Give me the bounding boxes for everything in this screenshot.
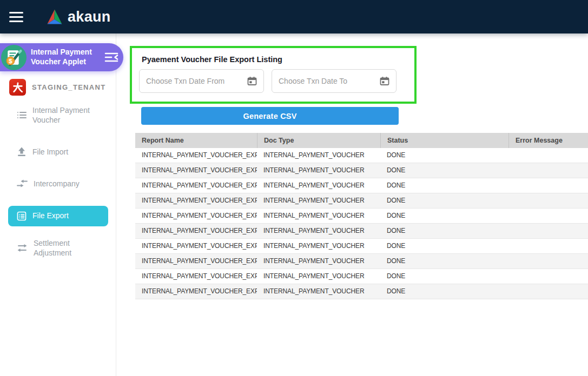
- sidebar-item-file-export[interactable]: File Export: [8, 206, 108, 226]
- list-icon: [16, 110, 27, 120]
- list-box-icon: [16, 211, 27, 221]
- cell-report-name: INTERNAL_PAYMENT_VOUCHER_EXPO...: [135, 163, 257, 178]
- payment-voucher-applet-icon: $: [1, 45, 27, 70]
- cell-error-message: [508, 224, 588, 238]
- svg-text:$: $: [9, 57, 12, 64]
- cell-status: DONE: [380, 209, 508, 223]
- cell-status: DONE: [380, 193, 508, 208]
- sidebar-item-intercompany[interactable]: Intercompany: [8, 174, 108, 193]
- cell-report-name: INTERNAL_PAYMENT_VOUCHER_EXPO...: [135, 239, 257, 253]
- cell-report-name: INTERNAL_PAYMENT_VOUCHER_EXPO...: [135, 269, 257, 284]
- cell-doc-type: INTERNAL_PAYMENT_VOUCHER: [257, 239, 380, 253]
- cell-status: DONE: [380, 178, 508, 193]
- tenant-selector[interactable]: STAGING_TENANT: [9, 79, 105, 96]
- calendar-icon[interactable]: [380, 76, 389, 86]
- table-row[interactable]: INTERNAL_PAYMENT_VOUCHER_EXPO... INTERNA…: [135, 209, 588, 224]
- cell-doc-type: INTERNAL_PAYMENT_VOUCHER: [257, 209, 380, 223]
- table-row[interactable]: INTERNAL_PAYMENT_VOUCHER_EXPO... INTERNA…: [135, 163, 588, 178]
- cell-doc-type: INTERNAL_PAYMENT_VOUCHER: [257, 269, 380, 284]
- page-title: Pyaement Voucher File Export Listing: [142, 55, 407, 64]
- cell-error-message: [508, 209, 588, 223]
- export-filter-panel: Pyaement Voucher File Export Listing: [130, 46, 417, 104]
- sidebar-item-label: Intercompany: [34, 179, 80, 189]
- sidebar-item-internal-payment-voucher[interactable]: Internal Payment Voucher: [8, 100, 108, 130]
- column-header-status: Status: [380, 133, 508, 148]
- cell-error-message: [508, 269, 588, 284]
- logo-text: akaun: [68, 9, 111, 25]
- txn-date-to-input[interactable]: [279, 77, 380, 85]
- swap-arrows-icon: [16, 243, 28, 253]
- cell-report-name: INTERNAL_PAYMENT_VOUCHER_EXPO...: [135, 193, 257, 208]
- cell-status: DONE: [380, 269, 508, 284]
- akaun-triangle-icon: [45, 8, 64, 25]
- column-header-report-name: Report Name: [135, 133, 257, 148]
- generate-csv-button[interactable]: Generate CSV: [141, 107, 399, 125]
- sidebar-item-label: File Export: [32, 211, 69, 220]
- cell-status: DONE: [380, 224, 508, 238]
- column-header-error-message: Error Message: [508, 133, 588, 148]
- cell-report-name: INTERNAL_PAYMENT_VOUCHER_EXPO...: [135, 178, 257, 193]
- table-row[interactable]: INTERNAL_PAYMENT_VOUCHER_EXPO... INTERNA…: [135, 269, 588, 284]
- cell-doc-type: INTERNAL_PAYMENT_VOUCHER: [257, 224, 380, 238]
- txn-date-from-input[interactable]: [146, 77, 247, 85]
- cell-error-message: [508, 148, 588, 163]
- app-window: akaun $ Internal Payment Voucher Applet: [0, 0, 588, 376]
- cell-error-message: [508, 163, 588, 178]
- cell-report-name: INTERNAL_PAYMENT_VOUCHER_EXPO...: [135, 254, 257, 268]
- txn-date-to-field[interactable]: [272, 69, 397, 93]
- sidebar-item-label: Internal Payment Voucher: [32, 105, 108, 125]
- table-row[interactable]: INTERNAL_PAYMENT_VOUCHER_EXPO... INTERNA…: [135, 254, 588, 269]
- cell-report-name: INTERNAL_PAYMENT_VOUCHER_EXPO...: [135, 224, 257, 238]
- cell-report-name: INTERNAL_PAYMENT_VOUCHER_EXPO...: [135, 284, 257, 299]
- hamburger-icon[interactable]: [9, 12, 23, 22]
- export-listing-table: Report Name Doc Type Status Error Messag…: [135, 133, 588, 299]
- table-row[interactable]: INTERNAL_PAYMENT_VOUCHER_EXPO... INTERNA…: [135, 284, 588, 299]
- table-row[interactable]: INTERNAL_PAYMENT_VOUCHER_EXPO... INTERNA…: [135, 224, 588, 239]
- table-header-row: Report Name Doc Type Status Error Messag…: [135, 133, 588, 148]
- txn-date-from-field[interactable]: [139, 69, 264, 93]
- cell-error-message: [508, 239, 588, 253]
- top-navbar: akaun: [0, 0, 588, 33]
- sidebar-menu: Internal Payment Voucher File Import: [0, 100, 116, 270]
- table-row[interactable]: INTERNAL_PAYMENT_VOUCHER_EXPO... INTERNA…: [135, 193, 588, 209]
- calendar-icon[interactable]: [247, 76, 257, 86]
- sidebar-item-file-import[interactable]: File Import: [8, 142, 108, 162]
- cell-error-message: [508, 254, 588, 268]
- cell-error-message: [508, 193, 588, 208]
- cell-doc-type: INTERNAL_PAYMENT_VOUCHER: [257, 254, 380, 268]
- cell-doc-type: INTERNAL_PAYMENT_VOUCHER: [257, 148, 380, 163]
- cell-error-message: [508, 284, 588, 299]
- menu-fold-icon[interactable]: [104, 52, 118, 63]
- cell-status: DONE: [380, 284, 508, 299]
- akaun-logo[interactable]: akaun: [45, 8, 111, 25]
- cell-status: DONE: [380, 254, 508, 268]
- cell-status: DONE: [380, 148, 508, 163]
- table-row[interactable]: INTERNAL_PAYMENT_VOUCHER_EXPO... INTERNA…: [135, 148, 588, 163]
- applet-header[interactable]: $ Internal Payment Voucher Applet: [0, 43, 123, 71]
- tenant-label: STAGING_TENANT: [32, 83, 105, 91]
- cell-report-name: INTERNAL_PAYMENT_VOUCHER_EXPO...: [135, 148, 257, 163]
- cell-error-message: [508, 178, 588, 193]
- cell-report-name: INTERNAL_PAYMENT_VOUCHER_EXPO...: [135, 209, 257, 223]
- sidebar-item-label: File Import: [32, 147, 68, 157]
- column-header-doc-type: Doc Type: [257, 133, 380, 148]
- upload-icon: [16, 146, 27, 157]
- sidebar-item-label: Settlement Adjustment: [34, 238, 108, 258]
- cell-status: DONE: [380, 239, 508, 253]
- sidebar: $ Internal Payment Voucher Applet: [0, 33, 116, 376]
- table-row[interactable]: INTERNAL_PAYMENT_VOUCHER_EXPO... INTERNA…: [135, 239, 588, 254]
- sidebar-item-settlement-adjustment[interactable]: Settlement Adjustment: [8, 233, 108, 263]
- applet-title: Internal Payment Voucher Applet: [27, 48, 104, 67]
- cell-doc-type: INTERNAL_PAYMENT_VOUCHER: [257, 163, 380, 178]
- converge-arrows-icon: [16, 179, 28, 189]
- date-filter-row: [139, 69, 407, 93]
- table-body: INTERNAL_PAYMENT_VOUCHER_EXPO... INTERNA…: [135, 148, 588, 299]
- table-row[interactable]: INTERNAL_PAYMENT_VOUCHER_EXPO... INTERNA…: [135, 178, 588, 193]
- cell-status: DONE: [380, 163, 508, 178]
- main-content: Pyaement Voucher File Export Listing: [116, 33, 588, 376]
- cell-doc-type: INTERNAL_PAYMENT_VOUCHER: [257, 193, 380, 208]
- cell-doc-type: INTERNAL_PAYMENT_VOUCHER: [257, 284, 380, 299]
- cell-doc-type: INTERNAL_PAYMENT_VOUCHER: [257, 178, 380, 193]
- red-tenant-logo: [9, 79, 26, 96]
